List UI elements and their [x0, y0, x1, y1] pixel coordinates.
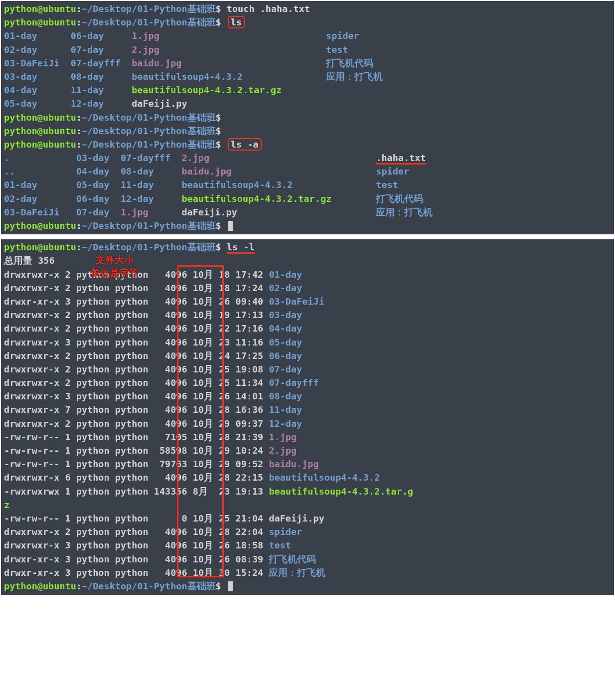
links: 7	[65, 404, 71, 415]
group: python	[115, 513, 149, 524]
time: 17:25	[236, 350, 264, 361]
links: 3	[65, 391, 71, 401]
time: 17:16	[236, 323, 264, 334]
day: 19	[219, 310, 230, 320]
size: 143356	[154, 486, 187, 497]
day: 23	[219, 486, 230, 497]
size: 4096	[154, 526, 187, 537]
size: 4096	[154, 391, 187, 401]
file-name: beautifulsoup4-4.3.2.tar.g	[269, 486, 413, 497]
links: 1	[65, 459, 71, 469]
time: 19:13	[236, 486, 264, 497]
month: 10月	[193, 554, 213, 564]
prompt-sep: :	[76, 126, 82, 136]
month: 10月	[193, 323, 213, 334]
time: 15:24	[236, 567, 264, 578]
size: 58598	[154, 445, 187, 456]
month: 10月	[193, 472, 213, 483]
prompt-sep: :	[76, 17, 82, 27]
ls-entry: baidu.jpg	[181, 166, 376, 176]
month: 10月	[193, 310, 213, 320]
size: 4096	[154, 377, 187, 388]
perm: -rw-rw-r--	[4, 459, 59, 469]
month: 10月	[193, 432, 213, 442]
day: 28	[219, 404, 230, 415]
terminal-1[interactable]: python@ubuntu:~/Desktop/01-Python基础班$ to…	[1, 1, 614, 234]
ls-entry: 07-dayfff	[71, 58, 132, 68]
time: 21:04	[236, 513, 264, 524]
ls-entry: 06-day	[71, 30, 132, 41]
prompt-dollar: $	[216, 242, 221, 252]
links: 2	[65, 350, 71, 361]
prompt-user: python@ubuntu	[4, 3, 76, 14]
owner: python	[76, 418, 110, 429]
day: 28	[219, 526, 230, 537]
day: 25	[219, 364, 230, 374]
cursor-block	[228, 221, 233, 231]
prompt-path: ~/Desktop/01-Python基础班	[82, 242, 216, 252]
file-name: 05-day	[269, 337, 302, 348]
group: python	[115, 310, 149, 320]
size: 4096	[154, 418, 187, 429]
terminal-2[interactable]: python@ubuntu:~/Desktop/01-Python基础班$ ls…	[1, 239, 614, 595]
ls-entry: 应用：打飞机	[376, 207, 433, 217]
ls-entry: 11-day	[71, 85, 132, 95]
group: python	[115, 283, 149, 293]
time: 18:58	[236, 540, 264, 550]
links: 3	[65, 567, 71, 578]
size: 4096	[154, 269, 187, 280]
highlight-ls: ls	[228, 16, 245, 28]
file-name: 06-day	[269, 350, 302, 361]
cmd-ls: ls	[231, 17, 242, 27]
group: python	[115, 377, 149, 388]
file-name: 2.jpg	[269, 445, 297, 456]
size: 4096	[154, 554, 187, 564]
perm: drwxrwxr-x	[4, 472, 59, 483]
owner: python	[76, 526, 110, 537]
cursor-block	[228, 581, 233, 591]
day: 30	[219, 567, 230, 578]
prompt-dollar: $	[216, 126, 221, 136]
links: 2	[65, 418, 71, 429]
month: 10月	[193, 283, 213, 293]
ls-entry: 04-day	[76, 166, 121, 176]
month: 10月	[193, 269, 213, 280]
prompt-sep: :	[76, 242, 82, 252]
prompt-path: ~/Desktop/01-Python基础班	[82, 581, 216, 591]
ls-entry: 07-dayfff	[121, 153, 182, 163]
group: python	[115, 567, 149, 578]
size: 4096	[154, 296, 187, 307]
file-name: 07-dayfff	[269, 377, 318, 388]
size: 4096	[154, 472, 187, 483]
ls-entry: 03-DaFeiJi	[4, 58, 71, 68]
prompt-path: ~/Desktop/01-Python基础班	[82, 139, 216, 150]
size: 4096	[154, 404, 187, 415]
perm: drwxrwxr-x	[4, 310, 59, 320]
day: 28	[219, 432, 230, 442]
month: 10月	[193, 513, 213, 524]
time: 11:34	[236, 377, 264, 388]
ls-entry: 07-day	[71, 44, 132, 55]
time: 11:16	[236, 337, 264, 348]
links: 2	[65, 377, 71, 388]
file-name: beautifulsoup4-4.3.2	[269, 472, 380, 483]
time: 22:15	[236, 472, 264, 483]
day: 18	[219, 269, 230, 280]
file-name: 应用：打飞机	[269, 567, 325, 578]
time: 17:13	[236, 310, 264, 320]
day: 26	[219, 296, 230, 307]
size: 4096	[154, 364, 187, 374]
prompt-user: python@ubuntu	[4, 112, 76, 123]
month: 8月	[193, 486, 213, 497]
group: python	[115, 459, 149, 469]
day: 18	[219, 283, 230, 293]
month: 10月	[193, 540, 213, 550]
ls-entry: 打飞机代码	[326, 58, 373, 68]
month: 10月	[193, 445, 213, 456]
highlight-ls-a: ls -a	[228, 138, 262, 151]
perm: drwxrwxr-x	[4, 283, 59, 293]
month: 10月	[193, 418, 213, 429]
prompt-path: ~/Desktop/01-Python基础班	[82, 3, 216, 14]
month: 10月	[193, 377, 213, 388]
owner: python	[76, 432, 110, 442]
